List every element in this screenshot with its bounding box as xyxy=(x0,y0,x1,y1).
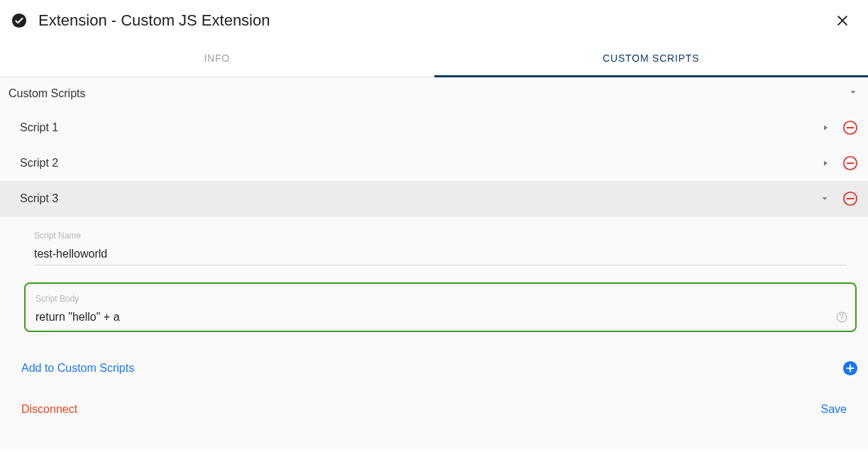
add-circle-icon xyxy=(842,360,858,376)
script-row-1[interactable]: Script 1 xyxy=(0,110,868,145)
disconnect-button[interactable]: Disconnect xyxy=(21,403,821,416)
close-button[interactable] xyxy=(834,12,851,29)
expand-button[interactable] xyxy=(821,123,830,132)
add-to-scripts-link[interactable]: Add to Custom Scripts xyxy=(21,362,842,375)
svg-point-8 xyxy=(841,319,842,321)
tab-custom-scripts[interactable]: CUSTOM SCRIPTS xyxy=(434,41,869,77)
script-body-label: Script Body xyxy=(35,294,845,304)
script-name-label: Script Name xyxy=(34,231,847,241)
remove-circle-icon xyxy=(842,155,858,171)
tab-info[interactable]: INFO xyxy=(0,41,434,77)
add-script-button[interactable] xyxy=(842,360,858,376)
script-row-3[interactable]: Script 3 xyxy=(0,181,868,216)
remove-script-button[interactable] xyxy=(842,120,858,136)
help-button[interactable] xyxy=(835,311,848,326)
dialog-header: Extension - Custom JS Extension xyxy=(0,0,868,41)
caret-down-icon xyxy=(848,87,858,100)
remove-script-button[interactable] xyxy=(842,191,858,206)
tab-bar: INFO CUSTOM SCRIPTS xyxy=(0,41,868,77)
footer: Disconnect Save xyxy=(0,390,868,416)
caret-down-icon xyxy=(820,194,830,204)
add-row: Add to Custom Scripts xyxy=(0,356,868,390)
script-details: Script Name Script Body xyxy=(0,216,868,356)
play-icon xyxy=(821,123,830,132)
script-label: Script 1 xyxy=(20,121,821,134)
script-body-input[interactable] xyxy=(35,311,845,324)
script-label: Script 2 xyxy=(20,157,821,170)
script-name-field: Script Name xyxy=(34,231,847,265)
dialog-title: Extension - Custom JS Extension xyxy=(38,11,834,30)
script-body-field: Script Body xyxy=(24,282,857,332)
close-icon xyxy=(835,13,850,28)
play-icon xyxy=(821,159,830,167)
save-button[interactable]: Save xyxy=(821,403,847,416)
script-row-2[interactable]: Script 2 xyxy=(0,145,868,181)
section-title: Custom Scripts xyxy=(9,87,848,100)
remove-circle-icon xyxy=(842,120,858,136)
remove-script-button[interactable] xyxy=(842,155,858,171)
expand-button[interactable] xyxy=(821,159,830,167)
panel-body: Custom Scripts Script 1 Script 2 Script … xyxy=(0,77,868,449)
remove-circle-icon xyxy=(842,191,858,206)
help-icon xyxy=(835,311,848,324)
section-custom-scripts[interactable]: Custom Scripts xyxy=(0,77,868,110)
check-circle-icon xyxy=(11,13,27,28)
collapse-button[interactable] xyxy=(820,194,830,204)
script-name-input[interactable] xyxy=(34,245,847,265)
script-label: Script 3 xyxy=(20,192,820,205)
